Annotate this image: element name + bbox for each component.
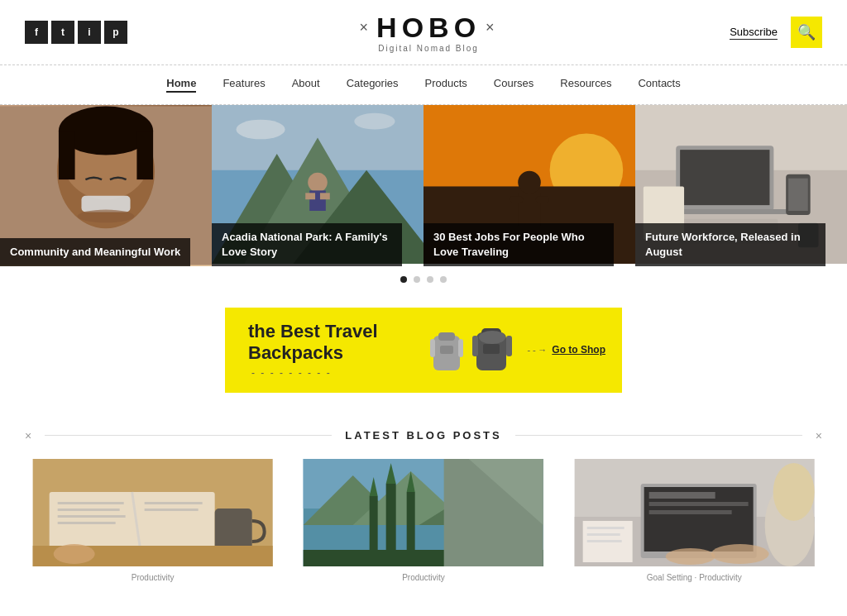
banner-dashes: - - - - - - - - - [251,367,332,379]
backpack-2-icon [470,322,514,377]
logo: × HOBO × Digital Nomad Blog [360,12,498,53]
slider-dots [0,266,847,293]
svg-point-51 [479,331,505,344]
nav-products[interactable]: Products [425,77,467,93]
divider-x-left: × [25,429,31,442]
nav-contacts[interactable]: Contacts [638,77,680,93]
blog-grid: Productivity [0,459,847,599]
hero-slide-1[interactable]: Community and Meaningful Work [0,105,212,266]
blog-image-svg-3 [567,459,822,566]
svg-rect-95 [574,459,814,566]
section-divider: × LATEST BLOG POSTS × [25,429,822,442]
nav-home[interactable]: Home [166,77,196,93]
hero-caption-3: 30 Best Jobs For People Who Love Traveli… [424,223,614,266]
pinterest-icon[interactable]: p [104,21,127,44]
svg-rect-49 [472,336,478,356]
hero-slider: Community and Meaningful Work [0,105,847,266]
svg-rect-79 [304,459,543,566]
blog-image-svg-2 [295,459,551,566]
svg-rect-42 [438,332,455,341]
svg-rect-50 [506,336,512,356]
facebook-icon[interactable]: f [25,21,48,44]
blog-img-3 [567,459,822,566]
banner-cta-area: - - → Go to Shop [528,344,605,356]
main-nav: Home Features About Categories Products … [0,65,847,105]
logo-text[interactable]: HOBO [376,12,481,44]
blog-image-svg-1 [25,459,280,566]
blog-meta-2: Productivity [295,573,551,582]
nav-courses[interactable]: Courses [494,77,534,93]
dot-3[interactable] [427,276,433,283]
logo-subtitle: Digital Nomad Blog [360,44,498,53]
svg-rect-48 [483,344,500,354]
svg-rect-44 [430,339,435,357]
nav-resources[interactable]: Resources [560,77,611,93]
logo-title: × HOBO × [360,12,498,44]
logo-suffix-x: × [486,19,498,36]
twitter-icon[interactable]: t [51,21,74,44]
instagram-icon[interactable]: i [78,21,101,44]
promo-banner[interactable]: the Best Travel Backpacks - - - - - - - … [225,308,622,393]
hero-caption-4: Future Workforce, Released in August [635,223,825,266]
hero-caption-2: Acadia National Park: A Family's Love St… [212,223,402,266]
blog-meta-1: Productivity [25,573,280,582]
go-to-shop-button[interactable]: Go to Shop [552,344,605,356]
backpack-icons [427,322,514,377]
divider-line-right [515,435,802,436]
divider-line-left [45,435,332,436]
nav-features[interactable]: Features [223,77,265,93]
dot-1[interactable] [400,276,407,283]
nav-categories[interactable]: Categories [347,77,399,93]
banner-text: the Best Travel Backpacks [248,321,414,365]
header: f t i p × HOBO × Digital Nomad Blog Subs… [0,0,847,65]
search-button[interactable]: 🔍 [791,17,822,48]
hero-caption-1: Community and Meaningful Work [0,238,190,266]
header-right: Subscribe 🔍 [730,17,822,48]
divider-x-right: × [816,429,822,442]
blog-card-2[interactable]: Productivity [295,459,551,582]
section-title: LATEST BLOG POSTS [345,429,501,442]
blog-img-2 [295,459,551,566]
dot-4[interactable] [440,276,447,283]
svg-rect-45 [458,339,463,357]
banner-container: the Best Travel Backpacks - - - - - - - … [0,299,847,409]
search-icon: 🔍 [797,23,816,41]
hero-slide-3[interactable]: 30 Best Jobs For People Who Love Traveli… [424,105,635,266]
logo-prefix-x: × [360,19,372,36]
social-icons: f t i p [25,21,127,44]
blog-card-3[interactable]: Goal Setting · Productivity [567,459,822,582]
blog-meta-3: Goal Setting · Productivity [567,573,822,582]
blog-img-1 [25,459,280,566]
hero-slide-4[interactable]: Future Workforce, Released in August [635,105,847,266]
svg-rect-64 [33,459,273,566]
banner-arrow: - - → [528,345,548,355]
backpack-1-icon [427,327,467,377]
hero-slide-2[interactable]: Acadia National Park: A Family's Love St… [212,105,424,266]
blog-card-1[interactable]: Productivity [25,459,280,582]
subscribe-button[interactable]: Subscribe [730,26,778,40]
svg-rect-43 [440,346,453,354]
dot-2[interactable] [414,276,420,283]
nav-about[interactable]: About [292,77,320,93]
banner-left: the Best Travel Backpacks - - - - - - - … [248,321,414,380]
